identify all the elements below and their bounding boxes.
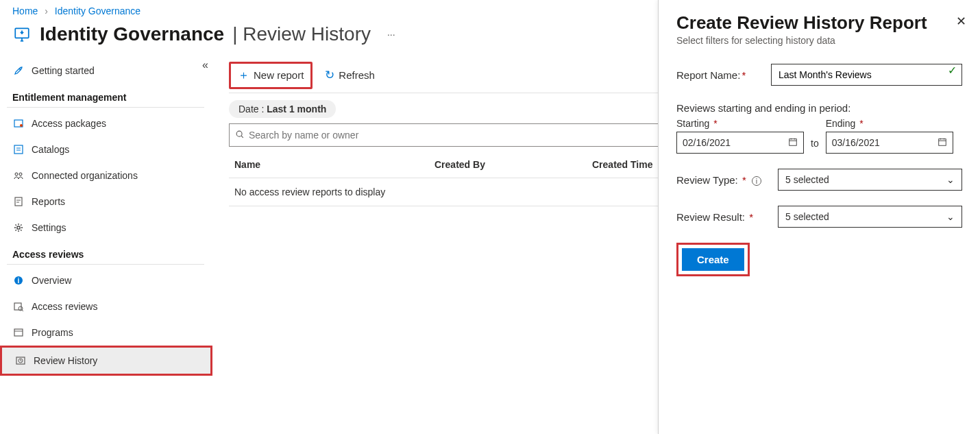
svg-rect-13 — [14, 329, 23, 336]
review-type-row: Review Type: * i 5 selected ⌄ — [676, 169, 962, 191]
people-icon — [12, 169, 25, 182]
refresh-button[interactable]: ↻ Refresh — [318, 64, 382, 87]
date-filter-label: Date : — [238, 104, 267, 114]
review-icon — [12, 300, 25, 313]
programs-icon — [12, 326, 25, 339]
svg-point-3 — [20, 124, 23, 127]
highlight-new-report: ＋ New report — [229, 62, 313, 89]
chevron-right-icon: › — [45, 5, 48, 16]
sidebar-item-label: Overview — [32, 275, 71, 286]
sidebar: « Getting started Entitlement management… — [0, 58, 212, 434]
svg-rect-4 — [14, 145, 23, 154]
sidebar-item-review-history[interactable]: Review History — [2, 348, 210, 374]
svg-rect-17 — [789, 138, 797, 145]
starting-field: Starting * 02/16/2021 — [676, 118, 804, 154]
svg-point-1 — [19, 69, 21, 70]
page-subtitle: | Review History — [232, 23, 371, 45]
to-label: to — [811, 138, 819, 149]
sidebar-item-access-reviews[interactable]: Access reviews — [7, 293, 204, 320]
package-icon — [12, 117, 25, 130]
starting-date-value: 02/16/2021 — [683, 137, 731, 148]
svg-rect-7 — [15, 197, 22, 206]
sidebar-item-label: Getting started — [32, 65, 95, 76]
gear-icon — [12, 221, 25, 234]
panel-title: Create Review History Report — [676, 12, 962, 34]
starting-date-input[interactable]: 02/16/2021 — [676, 132, 804, 154]
sidebar-group-entitlement: Entitlement management — [7, 84, 204, 108]
more-icon[interactable]: ··· — [387, 29, 395, 40]
review-result-select[interactable]: 5 selected ⌄ — [778, 206, 962, 228]
refresh-icon: ↻ — [325, 68, 334, 82]
sidebar-item-label: Access packages — [32, 118, 106, 129]
col-created-by[interactable]: Created By — [434, 159, 592, 170]
chevron-down-icon: ⌄ — [946, 211, 955, 222]
sidebar-item-label: Access reviews — [32, 301, 97, 312]
sidebar-item-connected-orgs[interactable]: Connected organizations — [7, 162, 204, 189]
panel-subtitle: Select filters for selecting history dat… — [676, 35, 962, 46]
svg-point-8 — [17, 226, 20, 229]
review-result-label: Review Result: * — [676, 211, 772, 223]
svg-point-6 — [19, 173, 22, 176]
svg-point-5 — [15, 173, 18, 176]
date-filter-pill[interactable]: Date : Last 1 month — [229, 100, 336, 118]
highlight-review-history: Review History — [0, 346, 212, 376]
sidebar-item-label: Connected organizations — [32, 170, 138, 181]
sidebar-item-label: Settings — [32, 222, 66, 233]
sidebar-item-settings[interactable]: Settings — [7, 215, 204, 241]
svg-rect-18 — [938, 138, 946, 145]
svg-point-16 — [236, 131, 242, 136]
sidebar-item-reports[interactable]: Reports — [7, 189, 204, 215]
sidebar-item-label: Programs — [32, 327, 73, 338]
report-name-input[interactable] — [771, 64, 962, 86]
report-name-label: Report Name:* — [676, 69, 759, 81]
sidebar-item-label: Catalogs — [32, 144, 69, 155]
sidebar-item-overview[interactable]: i Overview — [7, 267, 204, 293]
date-filter-value: Last 1 month — [267, 104, 326, 114]
date-row: Starting * 02/16/2021 to Ending * 03/16/… — [676, 118, 962, 154]
ending-label: Ending * — [826, 118, 953, 129]
period-header: Reviews starting and ending in period: — [676, 102, 962, 114]
ending-date-value: 03/16/2021 — [832, 137, 880, 148]
collapse-sidebar-icon[interactable]: « — [202, 59, 208, 71]
review-type-label: Review Type: * i — [676, 174, 772, 186]
calendar-icon — [788, 137, 798, 149]
close-icon[interactable]: ✕ — [956, 14, 966, 29]
ending-field: Ending * 03/16/2021 — [826, 118, 953, 154]
calendar-icon — [938, 137, 947, 149]
reports-icon — [12, 195, 25, 208]
svg-text:i: i — [18, 277, 20, 285]
sidebar-item-programs[interactable]: Programs — [7, 320, 204, 346]
sidebar-item-getting-started[interactable]: Getting started — [7, 58, 204, 84]
report-name-row: Report Name:* ✓ — [676, 64, 962, 86]
new-report-label: New report — [254, 69, 304, 81]
chevron-down-icon: ⌄ — [946, 174, 955, 185]
review-type-value: 5 selected — [785, 174, 829, 185]
breadcrumb-current[interactable]: Identity Governance — [55, 5, 140, 16]
identity-governance-icon — [12, 25, 32, 44]
sidebar-item-label: Reports — [32, 196, 65, 207]
catalog-icon — [12, 143, 25, 156]
review-type-select[interactable]: 5 selected ⌄ — [778, 169, 962, 191]
highlight-create-button: Create — [676, 243, 750, 276]
breadcrumb-home[interactable]: Home — [12, 5, 38, 16]
create-report-panel: ✕ Create Review History Report Select fi… — [658, 0, 980, 434]
starting-label: Starting * — [676, 118, 804, 129]
sidebar-item-catalogs[interactable]: Catalogs — [7, 136, 204, 162]
sidebar-item-label: Review History — [34, 355, 97, 366]
search-icon — [235, 130, 245, 141]
sidebar-group-access-reviews: Access reviews — [7, 241, 204, 265]
checkmark-icon: ✓ — [948, 64, 957, 77]
rocket-icon — [12, 64, 25, 77]
info-icon[interactable]: i — [752, 176, 761, 186]
col-name[interactable]: Name — [229, 159, 434, 170]
ending-date-input[interactable]: 03/16/2021 — [826, 132, 953, 154]
review-result-value: 5 selected — [785, 211, 829, 222]
refresh-label: Refresh — [339, 69, 375, 81]
history-icon — [14, 354, 27, 367]
sidebar-item-access-packages[interactable]: Access packages — [7, 110, 204, 136]
create-button[interactable]: Create — [682, 248, 744, 271]
info-icon: i — [12, 274, 25, 287]
new-report-button[interactable]: ＋ New report — [231, 64, 310, 87]
page-title: Identity Governance — [40, 23, 224, 45]
review-result-row: Review Result: * 5 selected ⌄ — [676, 206, 962, 228]
